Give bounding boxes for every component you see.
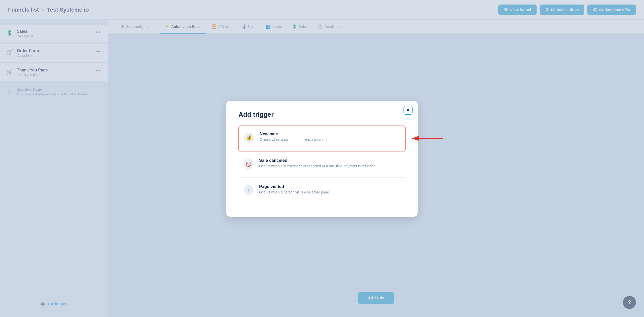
trigger-option-title: Sale canceled xyxy=(259,158,376,163)
red-arrow-annotation xyxy=(409,132,445,145)
svg-text:💰: 💰 xyxy=(246,135,252,141)
trigger-option-content: Sale canceled Occurs when a subscription… xyxy=(259,158,376,168)
trigger-option-desc: Occurs when a customer makes a purchase xyxy=(260,138,328,142)
trigger-option-page-visited[interactable]: 👁 Page visited Occurs when a person visi… xyxy=(238,179,406,204)
trigger-option-sale-canceled[interactable]: 🚫 Sale canceled Occurs when a subscripti… xyxy=(238,152,406,178)
svg-text:🚫: 🚫 xyxy=(246,162,252,167)
sale-canceled-icon: 🚫 xyxy=(243,158,254,172)
trigger-option-wrapper-new-sale: 💰 New sale Occurs when a customer makes … xyxy=(238,126,406,151)
trigger-option-desc: Occurs when a subscription is canceled o… xyxy=(259,164,376,168)
trigger-option-new-sale[interactable]: 💰 New sale Occurs when a customer makes … xyxy=(238,126,406,151)
add-trigger-modal: × Add trigger 💰 New sale Occurs when a c… xyxy=(226,101,418,217)
trigger-option-desc: Occurs when a person visits a selected p… xyxy=(259,190,329,194)
trigger-option-title: Page visited xyxy=(259,184,329,189)
modal-overlay[interactable]: × Add trigger 💰 New sale Occurs when a c… xyxy=(0,0,644,317)
modal-title: Add trigger xyxy=(238,111,406,118)
trigger-option-content: New sale Occurs when a customer makes a … xyxy=(260,132,328,142)
svg-text:👁: 👁 xyxy=(246,188,251,193)
new-sale-icon: 💰 xyxy=(244,132,255,145)
trigger-option-content: Page visited Occurs when a person visits… xyxy=(259,184,329,194)
page-visited-icon: 👁 xyxy=(243,185,254,198)
modal-close-button[interactable]: × xyxy=(404,106,413,115)
trigger-option-title: New sale xyxy=(260,132,328,137)
